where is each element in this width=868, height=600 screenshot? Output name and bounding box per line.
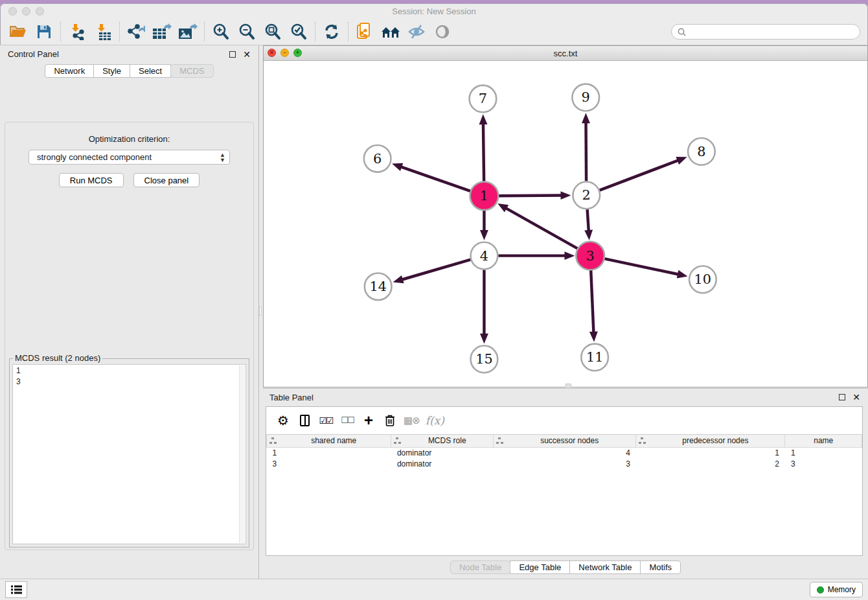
table-cell[interactable]: 3 — [494, 458, 636, 469]
column-header-shared-name[interactable]: shared name — [267, 434, 391, 447]
tab-node-table[interactable]: Node Table — [450, 560, 511, 574]
close-panel-button[interactable]: Close panel — [133, 173, 200, 187]
export-network-button[interactable] — [123, 21, 149, 43]
network-minimize-button[interactable]: − — [280, 49, 289, 57]
save-session-button[interactable] — [31, 21, 57, 43]
export-table-icon — [152, 23, 172, 40]
graph-node-label: 7 — [479, 91, 487, 106]
zoom-fit-button[interactable] — [260, 21, 286, 43]
float-table-panel-icon[interactable] — [839, 394, 845, 400]
network-zoom-button[interactable]: + — [293, 49, 302, 57]
graph-edge-2-9[interactable] — [586, 121, 586, 181]
zoom-in-button[interactable] — [208, 21, 234, 43]
edge-arrowhead — [480, 230, 488, 240]
sort-tree-icon — [639, 437, 646, 444]
export-image-button[interactable] — [175, 21, 201, 43]
add-column-button[interactable]: + — [361, 412, 376, 429]
zoom-fit-icon — [264, 23, 281, 40]
table-cell[interactable]: 1 — [636, 447, 785, 458]
houses-icon — [381, 25, 400, 39]
criterion-select[interactable]: strongly connected component ▲▼ — [29, 150, 230, 165]
deselect-all-button[interactable]: ☐☐ — [339, 412, 355, 429]
edge-arrowhead — [392, 163, 403, 171]
graph-edge-3-11[interactable] — [591, 270, 593, 333]
zoom-window-button[interactable] — [36, 7, 44, 16]
graph-edge-2-8[interactable] — [600, 160, 680, 190]
table-settings-button[interactable]: ⚙ — [275, 412, 291, 429]
graph-edge-1-6[interactable] — [400, 167, 470, 191]
table-cell[interactable]: dominator — [391, 447, 494, 458]
show-details-button[interactable] — [429, 21, 455, 43]
graph-edge-4-14[interactable] — [401, 260, 471, 280]
table-cell[interactable]: 4 — [494, 447, 636, 458]
table-cell[interactable]: dominator — [391, 458, 494, 469]
refresh-icon — [323, 24, 340, 40]
open-folder-button[interactable] — [5, 21, 31, 43]
network-close-button[interactable]: ✕ — [268, 49, 276, 57]
graph-edge-1-7[interactable] — [483, 122, 484, 181]
tab-style[interactable]: Style — [93, 64, 130, 78]
criterion-value: strongly connected component — [37, 152, 152, 162]
column-header-successor-nodes[interactable]: successor nodes — [494, 434, 636, 447]
table-cell[interactable]: 1 — [785, 447, 862, 458]
graph-node-label: 1 — [480, 188, 488, 203]
zoom-selected-button[interactable] — [286, 21, 312, 43]
first-neighbors-button[interactable] — [378, 21, 404, 43]
table-cell[interactable]: 2 — [636, 458, 785, 469]
show-columns-button[interactable] — [297, 412, 312, 429]
delete-row-button[interactable] — [382, 412, 398, 429]
import-table-icon — [95, 23, 111, 40]
table-cell[interactable]: 3 — [267, 458, 391, 469]
hide-details-button[interactable] — [404, 21, 429, 43]
float-panel-icon[interactable] — [229, 51, 236, 58]
column-header-MCDS-role[interactable]: MCDS role — [391, 434, 494, 447]
import-table-button[interactable] — [90, 21, 116, 43]
search-box[interactable] — [671, 24, 860, 40]
network-canvas[interactable]: 7968124314101511 — [264, 61, 867, 387]
tab-network-table[interactable]: Network Table — [569, 560, 641, 574]
refresh-layout-button[interactable] — [319, 21, 345, 43]
select-all-button[interactable]: ☑☑ — [318, 412, 334, 429]
task-history-button[interactable] — [5, 581, 27, 598]
sort-tree-icon — [496, 437, 503, 444]
column-header-name[interactable]: name — [785, 434, 862, 447]
import-network-button[interactable] — [64, 21, 90, 43]
tab-motifs[interactable]: Motifs — [640, 560, 681, 574]
result-scrollbar[interactable] — [239, 365, 245, 543]
tab-mcds[interactable]: MCDS — [170, 64, 213, 78]
network-graph[interactable]: 7968124314101511 — [264, 61, 863, 387]
horizontal-splitter-handle[interactable] — [565, 384, 571, 387]
mcds-result-text[interactable]: 1 3 — [12, 364, 246, 544]
close-table-panel-icon[interactable]: ✕ — [852, 394, 860, 400]
clone-network-button[interactable] — [352, 21, 378, 43]
graph-edge-1-2[interactable] — [498, 196, 562, 196]
search-input[interactable] — [689, 27, 854, 36]
graph-edge-3-10[interactable] — [604, 259, 680, 275]
eye-slash-icon — [407, 24, 426, 40]
close-panel-icon[interactable]: ✕ — [243, 51, 251, 58]
tab-network[interactable]: Network — [45, 64, 94, 78]
gear-icon: ⚙ — [277, 413, 289, 428]
close-window-button[interactable] — [8, 7, 17, 16]
save-icon — [37, 25, 51, 39]
minimize-window-button[interactable] — [22, 7, 30, 16]
zoom-out-icon — [238, 23, 255, 40]
tab-select[interactable]: Select — [130, 64, 171, 78]
run-mcds-button[interactable]: Run MCDS — [59, 173, 124, 187]
memory-button[interactable]: Memory — [810, 582, 863, 597]
table-cell[interactable]: 1 — [267, 447, 391, 458]
function-builder-button[interactable]: f(x) — [426, 412, 444, 429]
tab-edge-table[interactable]: Edge Table — [510, 560, 570, 574]
vertical-splitter-handle[interactable] — [259, 306, 262, 316]
export-table-button[interactable] — [149, 21, 175, 43]
zoom-out-button[interactable] — [234, 21, 260, 43]
graph-edge-3-1[interactable] — [505, 207, 578, 249]
column-header-predecessor-nodes[interactable]: predecessor nodes — [636, 434, 785, 447]
edge-arrowhead — [582, 113, 590, 123]
delete-table-button[interactable]: ▦⊗ — [404, 412, 420, 429]
column-label: predecessor nodes — [648, 436, 782, 445]
table-row[interactable]: 3dominator323 — [267, 458, 862, 469]
table-cell[interactable]: 3 — [785, 458, 862, 469]
table-row[interactable]: 1dominator411 — [267, 447, 862, 458]
graph-edge-2-3[interactable] — [588, 209, 589, 232]
